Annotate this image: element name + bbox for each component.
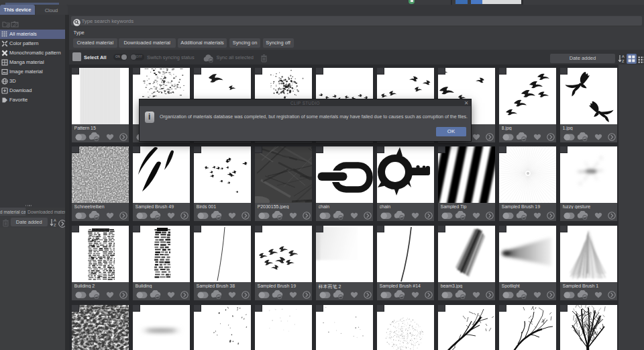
svg-text:A: A (622, 54, 625, 58)
svg-text:A: A (54, 218, 56, 222)
svg-text:Z: Z (622, 59, 625, 63)
svg-text:Z: Z (54, 223, 56, 227)
